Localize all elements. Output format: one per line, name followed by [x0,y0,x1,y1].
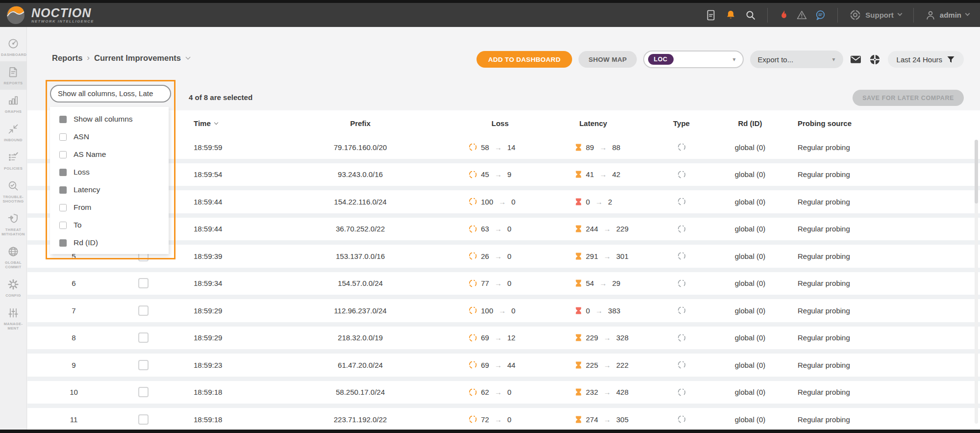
magnifier-check-icon [7,179,20,192]
column-option[interactable]: ASN [50,128,169,146]
chat-icon[interactable] [815,10,826,20]
column-option[interactable]: Show all columns [50,110,169,128]
sidebar-item-management[interactable]: MANAGE-MENT [0,302,26,335]
sidebar-item-threat-mitigation[interactable]: THREAT MITIGATION [0,208,26,241]
sidebar-item-config[interactable]: CONFIG [0,274,26,302]
cell-prefix: 93.243.0.0/16 [265,170,456,178]
divider [767,8,768,23]
cell-probing-source: Regular probing [779,415,980,424]
export-to-select[interactable]: Export to... ▾ [750,51,843,68]
mail-icon[interactable] [850,54,862,64]
hourglass-icon [575,198,582,205]
column-header-rd[interactable]: Rd (ID) [721,119,779,127]
noction-logo[interactable] [6,6,25,25]
caret-down-icon: ▾ [832,56,835,63]
option-checkbox[interactable] [59,133,67,141]
latency-from: 0 [586,306,590,315]
row-number: 9 [27,361,120,369]
support-menu[interactable]: Support [850,9,902,21]
save-for-later-compare-button[interactable]: SAVE FOR LATER COMPARE [853,90,964,106]
location-filter-select[interactable]: LOC ▾ [643,51,744,68]
row-number: 11 [27,415,120,424]
scrollbar-thumb[interactable] [975,140,978,204]
loss-from: 72 [481,415,489,424]
vertical-scrollbar[interactable] [975,140,978,424]
time-range-filter[interactable]: Last 24 Hours [888,51,964,68]
flame-icon[interactable] [779,10,788,20]
loss-from: 62 [481,388,489,396]
sidebar-item-dashboard[interactable]: DASHBOARD [0,33,26,61]
hourglass-icon [575,225,582,232]
cell-type [642,415,721,423]
cell-latency: 291 → 301 [544,252,642,260]
option-checkbox[interactable] [59,239,67,247]
row-checkbox[interactable] [138,387,149,397]
row-number: 8 [27,333,120,342]
cell-time: 18:59:29 [167,306,265,315]
cell-latency: 225 → 222 [544,361,642,369]
row-checkbox[interactable] [138,278,149,288]
sidebar-item-troubleshooting[interactable]: TROUBLE-SHOOTING [0,175,26,208]
show-map-button[interactable]: SHOW MAP [578,51,636,68]
cell-time: 18:59:44 [167,225,265,233]
table-row: 11 18:59:18 223.71.192.0/22 72 → 0 274 →… [27,408,980,430]
column-header-latency[interactable]: Latency [544,119,642,127]
hourglass-icon [575,144,582,151]
option-checkbox[interactable] [59,116,67,123]
breadcrumb-section[interactable]: Reports [52,53,82,63]
warning-icon[interactable] [797,10,807,20]
column-header-probing-source[interactable]: Probing source [779,119,980,127]
column-header-type[interactable]: Type [642,119,721,127]
cell-rd-id: global (0) [721,170,779,178]
row-number: 6 [27,279,120,287]
row-checkbox[interactable] [138,332,149,343]
arrow-right-icon: → [497,198,507,206]
columns-picker-input[interactable]: Show all columns, Loss, Late [50,85,171,102]
column-header-prefix[interactable]: Prefix [265,119,456,127]
breadcrumb-page[interactable]: Current Improvements [94,53,181,63]
row-checkbox[interactable] [138,306,149,316]
row-checkbox[interactable] [138,360,149,370]
sidebar-item-label: GLOBAL COMMIT [1,260,25,269]
sidebar-item-reports[interactable]: REPORTS [0,61,26,90]
column-option[interactable]: Rd (ID) [50,234,169,252]
cell-rd-id: global (0) [721,361,779,369]
cell-type [642,143,721,151]
sidebar-item-global-commit[interactable]: GLOBAL COMMIT [0,241,26,274]
add-to-dashboard-button[interactable]: ADD TO DASHBOARD [477,51,573,68]
option-checkbox[interactable] [59,204,67,211]
option-checkbox[interactable] [59,169,67,176]
column-header-time[interactable]: Time [167,119,265,127]
arrow-right-icon: → [493,415,503,424]
column-header-loss[interactable]: Loss [456,119,544,127]
brand-block: NOCTION NETWORK INTELLIGENCE [31,7,94,24]
sidebar-item-policies[interactable]: POLICIES [0,147,26,175]
column-option[interactable]: AS Name [50,146,169,163]
option-checkbox[interactable] [59,151,67,158]
loss-to: 0 [507,388,511,396]
bell-icon[interactable] [726,10,736,20]
arrow-right-icon: → [493,279,503,287]
chevron-down-icon[interactable] [186,54,191,59]
option-checkbox[interactable] [59,186,67,194]
row-checkbox[interactable] [138,414,149,425]
search-icon[interactable] [746,10,755,20]
column-option[interactable]: To [50,216,169,234]
document-icon[interactable] [706,10,716,21]
user-menu[interactable]: admin [926,10,969,20]
column-option[interactable]: Loss [50,163,169,181]
column-option[interactable]: Latency [50,181,169,199]
sidebar-item-inbound[interactable]: INBOUND [0,118,26,147]
chevron-down-icon [897,11,902,16]
cell-loss: 100 → 0 [456,306,544,315]
column-option[interactable]: From [50,199,169,216]
cell-probing-source: Regular probing [779,143,980,152]
sidebar-item-graphs[interactable]: GRAPHS [0,90,26,118]
option-checkbox[interactable] [59,222,67,229]
cell-type [642,388,721,396]
type-icon [678,280,686,287]
quadrant-target-icon[interactable] [869,54,881,65]
sidebar-item-label: POLICIES [1,166,25,171]
loss-icon [469,306,477,314]
option-label: Loss [74,168,90,177]
